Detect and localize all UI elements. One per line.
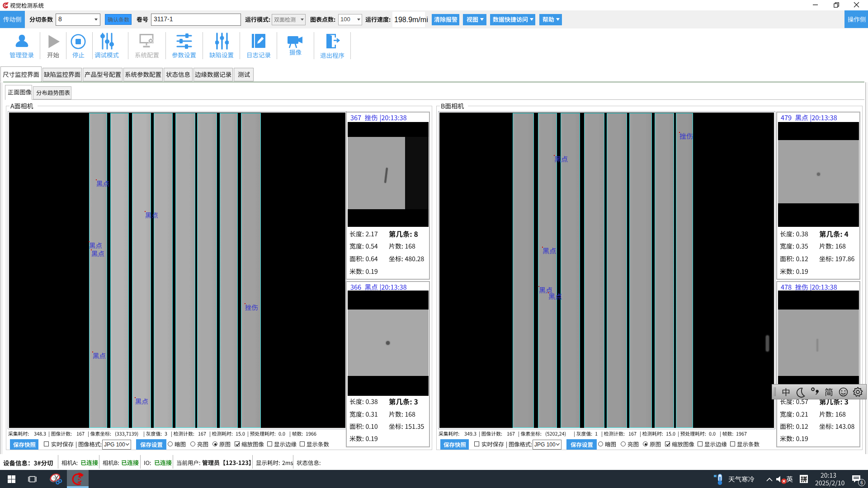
svg-text:6: 6 bbox=[860, 480, 863, 485]
